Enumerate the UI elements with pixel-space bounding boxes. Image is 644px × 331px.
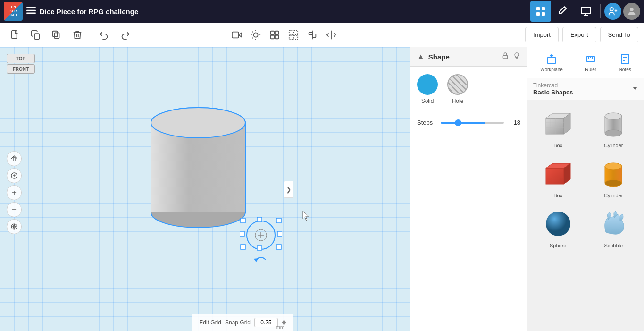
shape-panel-collapse-icon[interactable]: ▲ [417, 52, 425, 61]
grid-view-btn[interactable] [530, 1, 551, 22]
svg-line-20 [252, 31, 253, 32]
align-button[interactable] [304, 26, 321, 43]
import-button[interactable]: Import [525, 27, 559, 42]
hole-circle [447, 74, 468, 95]
svg-rect-57 [276, 245, 281, 249]
svg-rect-35 [309, 32, 312, 35]
3d-viewport[interactable]: TOP FRONT [0, 47, 410, 331]
bulb-icon[interactable] [513, 52, 520, 61]
ruler-tool[interactable]: Ruler [581, 51, 601, 74]
export-button[interactable]: Export [562, 27, 596, 42]
home-view-button[interactable] [7, 151, 22, 166]
project-title[interactable]: Dice Piece for RPG challenge [40, 8, 138, 16]
edit-grid-button[interactable]: Edit Grid [199, 319, 221, 326]
mirror-button[interactable] [323, 26, 340, 43]
workplane-tool[interactable]: Workplane [536, 51, 567, 74]
group-button[interactable] [266, 26, 283, 43]
hole-option[interactable]: Hole [447, 74, 468, 104]
svg-rect-27 [275, 31, 278, 34]
fit-view-button[interactable] [7, 168, 22, 183]
svg-rect-12 [12, 30, 17, 38]
redo-button[interactable] [116, 25, 134, 44]
top-navigation: TINKERCAD Dice Piece for RPG challenge [0, 0, 644, 23]
svg-rect-78 [546, 118, 564, 134]
svg-rect-0 [26, 7, 36, 8]
category-dropdown-icon[interactable] [632, 85, 638, 93]
shape-panel-title: Shape [428, 53, 450, 61]
lock-icon[interactable] [502, 52, 509, 61]
menu-icon[interactable] [26, 6, 36, 17]
mouse-cursor [302, 210, 311, 221]
svg-point-105 [546, 212, 570, 236]
shape-thumb-scribble [594, 208, 632, 240]
panel-collapse-arrow[interactable]: ❯ [284, 181, 293, 198]
svg-rect-32 [289, 35, 293, 39]
shape-label-cylinder-orange: Cylinder [604, 193, 623, 198]
svg-marker-61 [254, 258, 259, 262]
steps-slider[interactable] [441, 122, 504, 124]
svg-rect-26 [270, 31, 274, 34]
solid-option[interactable]: Solid [417, 74, 438, 104]
shape-item-sphere-blue[interactable]: Sphere [532, 205, 584, 251]
grid-toggle-button[interactable] [7, 219, 22, 234]
library-category[interactable]: Tinkercad Basic Shapes [527, 78, 644, 100]
gallery-btn[interactable] [576, 1, 596, 22]
svg-rect-13 [34, 34, 39, 39]
svg-rect-16 [232, 32, 239, 38]
delete-button[interactable] [68, 25, 87, 44]
cube-front-face[interactable]: FRONT [7, 64, 35, 74]
svg-marker-77 [633, 87, 637, 90]
notes-tool[interactable]: Notes [615, 51, 635, 74]
shape-panel: ▲ Shape Solid Hole [410, 47, 527, 331]
steps-row: Steps 18 [410, 112, 527, 133]
svg-point-90 [605, 113, 622, 119]
ruler-label: Ruler [585, 67, 596, 72]
svg-rect-1 [26, 9, 36, 11]
3d-shape-cylinder[interactable] [109, 94, 288, 236]
svg-point-102 [605, 180, 622, 187]
selection-handles[interactable] [240, 217, 282, 269]
svg-rect-51 [277, 231, 282, 236]
undo-button[interactable] [95, 25, 114, 44]
shape-item-cylinder-gray[interactable]: Cylinder [588, 105, 640, 151]
svg-rect-56 [241, 245, 245, 249]
svg-line-21 [259, 37, 259, 38]
svg-rect-7 [581, 7, 591, 14]
svg-rect-3 [536, 7, 540, 10]
zoom-in-button[interactable] [7, 185, 22, 200]
shape-item-box-gray[interactable]: Box [532, 105, 584, 151]
shape-item-cylinder-orange[interactable]: Cylinder [588, 155, 640, 201]
create-btn[interactable] [553, 1, 574, 22]
avatar[interactable] [623, 3, 640, 20]
cube-top-face[interactable]: TOP [7, 54, 35, 63]
svg-rect-52 [257, 217, 262, 222]
orientation-cube[interactable]: TOP FRONT [7, 54, 47, 94]
copy-button[interactable] [26, 25, 45, 44]
svg-rect-53 [257, 246, 262, 250]
shape-label-box-red: Box [553, 193, 562, 198]
notes-label: Notes [619, 67, 631, 72]
svg-rect-50 [240, 231, 244, 236]
svg-rect-29 [275, 35, 278, 38]
duplicate-button[interactable] [47, 25, 66, 44]
shape-item-box-red[interactable]: Box [532, 155, 584, 201]
new-design-button[interactable] [6, 25, 25, 44]
camera-view-button[interactable] [228, 26, 245, 43]
shape-item-scribble[interactable]: Scribble [588, 205, 640, 251]
shape-thumb-sphere-blue [539, 208, 577, 240]
snap-grid-label: Snap Grid [225, 319, 251, 326]
steps-label: Steps [417, 119, 436, 126]
ungroup-button[interactable] [285, 26, 302, 43]
steps-value: 18 [509, 119, 520, 126]
svg-rect-33 [294, 35, 298, 39]
logo[interactable]: TINKERCAD [4, 2, 23, 21]
shape-label-sphere-blue: Sphere [550, 243, 566, 248]
hole-label: Hole [452, 98, 464, 104]
send-to-button[interactable]: Send To [600, 27, 638, 42]
light-button[interactable] [247, 26, 264, 43]
shape-label-cylinder-gray: Cylinder [604, 143, 623, 148]
svg-rect-15 [53, 31, 58, 36]
add-user-button[interactable] [604, 3, 621, 20]
zoom-out-button[interactable] [7, 202, 22, 217]
svg-rect-55 [276, 218, 281, 223]
